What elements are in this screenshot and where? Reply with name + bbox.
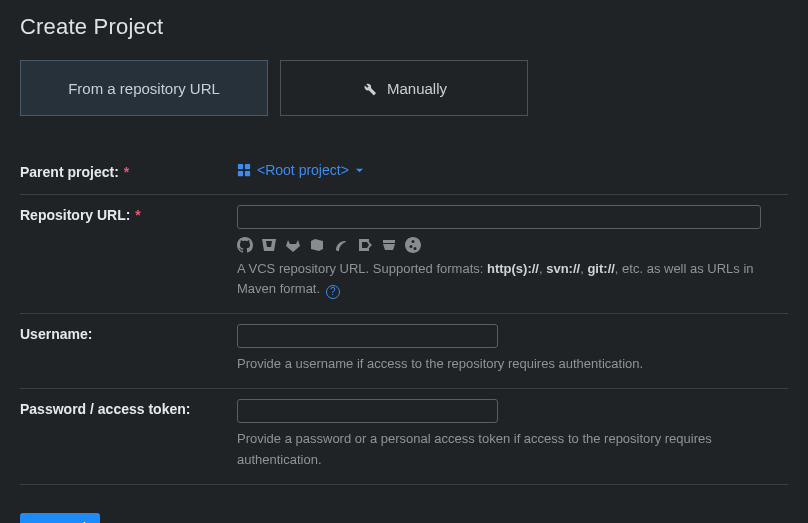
required-marker: * bbox=[131, 207, 140, 223]
password-label: Password / access token: bbox=[20, 399, 237, 469]
bitbucket-icon bbox=[261, 237, 277, 253]
required-marker: * bbox=[120, 164, 129, 180]
parent-project-selector[interactable]: <Root project> bbox=[237, 162, 364, 178]
username-row: Username: Provide a username if access t… bbox=[20, 314, 788, 389]
github-icon bbox=[237, 237, 253, 253]
page-title: Create Project bbox=[20, 14, 788, 40]
repository-url-label: Repository URL: * bbox=[20, 205, 237, 299]
svg-rect-3 bbox=[245, 171, 250, 176]
tfs-icon bbox=[381, 237, 397, 253]
repository-url-hint: A VCS repository URL. Supported formats:… bbox=[237, 259, 788, 299]
azure-devops-icon bbox=[309, 237, 325, 253]
repository-url-input[interactable] bbox=[237, 205, 761, 229]
space-icon bbox=[333, 237, 349, 253]
info-icon[interactable]: ? bbox=[326, 285, 340, 299]
username-label: Username: bbox=[20, 324, 237, 374]
proceed-button[interactable]: Proceed bbox=[20, 513, 100, 523]
password-row: Password / access token: Provide a passw… bbox=[20, 389, 788, 484]
tab-manually[interactable]: Manually bbox=[280, 60, 528, 116]
grid-icon bbox=[237, 163, 251, 177]
tab-manually-label: Manually bbox=[387, 80, 447, 97]
username-input[interactable] bbox=[237, 324, 498, 348]
parent-project-label: Parent project: * bbox=[20, 162, 237, 180]
form-actions: Proceed bbox=[20, 513, 788, 523]
vcs-icon-list bbox=[237, 237, 788, 253]
gitlab-icon bbox=[285, 237, 301, 253]
svg-rect-0 bbox=[238, 164, 243, 169]
wrench-icon bbox=[361, 80, 377, 96]
tab-from-repository-url[interactable]: From a repository URL bbox=[20, 60, 268, 116]
password-input[interactable] bbox=[237, 399, 498, 423]
svg-rect-2 bbox=[238, 171, 243, 176]
perforce-icon bbox=[357, 237, 373, 253]
svg-rect-1 bbox=[245, 164, 250, 169]
username-hint: Provide a username if access to the repo… bbox=[237, 354, 788, 374]
parent-project-row: Parent project: * <Root project> bbox=[20, 158, 788, 195]
parent-project-value: <Root project> bbox=[257, 162, 349, 178]
repository-url-row: Repository URL: * A VCS repository URL. … bbox=[20, 195, 788, 314]
git-icon bbox=[405, 237, 421, 253]
password-hint: Provide a password or a personal access … bbox=[237, 429, 788, 469]
chevron-down-icon bbox=[355, 166, 364, 175]
create-mode-tabs: From a repository URL Manually bbox=[20, 60, 788, 116]
tab-from-repository-url-label: From a repository URL bbox=[68, 80, 220, 97]
